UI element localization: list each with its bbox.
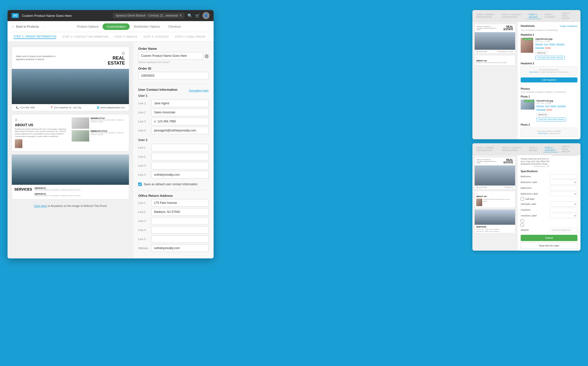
headshot-1-remove-link[interactable]: Remove — [535, 43, 543, 45]
headshot-1-choose-btn[interactable]: CHOOSE ANOTHER IMAGE — [535, 56, 565, 60]
office-line-2-input[interactable] — [151, 208, 209, 216]
user-1-line-1-input[interactable] — [151, 100, 209, 107]
user-1-line-3-input[interactable] — [151, 118, 209, 125]
tab-product-options[interactable]: Product Options — [73, 23, 103, 30]
spec-half-bath-label: Half Bath Label — [521, 202, 577, 207]
service-2-name: services 02 — [35, 193, 126, 195]
office-website-input[interactable] — [151, 244, 209, 252]
user-2-line-4-input[interactable] — [151, 171, 209, 178]
service-1-name: services 01 — [35, 187, 126, 189]
substep-final-proof[interactable]: STEP 5: FINAL PROOF — [175, 35, 206, 39]
sc2-step-4[interactable]: STEP 4: CONTENT — [543, 146, 558, 152]
area-label-select[interactable] — [550, 213, 577, 218]
photo-1-download-link[interactable]: Download — [536, 108, 546, 111]
service-item-1: services 01 Make sure to feature your be… — [35, 187, 126, 191]
info-icon[interactable]: i — [205, 54, 209, 58]
headshot-2-click-here-link[interactable]: Click here — [529, 71, 538, 73]
suggested-copy-btn[interactable]: SUGGESTED COPY — [552, 155, 577, 156]
add-headshot-button[interactable]: Add Headshot — [521, 77, 577, 82]
headshot-1-delete-link[interactable]: Delete — [545, 47, 551, 49]
extra-1-checkbox[interactable] — [521, 219, 524, 222]
sc2-step-5[interactable]: STEP 5: FINAL PROOF — [560, 145, 578, 153]
location-icon: 📍 — [50, 106, 53, 109]
substep-images[interactable]: STEP 3: IMAGES — [115, 35, 137, 39]
submit-button[interactable]: Submit — [521, 235, 577, 241]
substep-contact-info[interactable]: STEP 2: CONTACT INFORMATION — [62, 35, 108, 39]
user-2-line-2-input[interactable] — [151, 153, 209, 160]
photo-1-delete-link[interactable]: Delete — [546, 108, 552, 111]
avatar[interactable]: 👤 — [203, 12, 210, 19]
specs-title: Specifications — [521, 170, 577, 173]
sc2-body: Make sure to feature your bestsellers or… — [472, 155, 580, 251]
half-bath-label-select[interactable] — [550, 202, 577, 207]
headshot-1-generate-link[interactable]: Generate — [556, 43, 564, 45]
sc1-step-4[interactable]: STEP 4: CONTENT — [543, 13, 558, 19]
click-here-link[interactable]: Click Here — [34, 204, 47, 207]
sc2-step-1[interactable]: STEP 1: ORDER INFORMATION — [475, 146, 498, 152]
office-line-4-input[interactable] — [151, 226, 209, 234]
photo-1-choose-btn[interactable]: CHOOSE ANOTHER IMAGE — [536, 118, 566, 121]
sc1-step-3[interactable]: STEP 3: IMAGES — [527, 13, 541, 19]
bathrooms-label-select[interactable] — [550, 191, 577, 196]
spec-bedrooms-label: Bedrooms Label — [521, 180, 577, 185]
photo-1-generate-link[interactable]: Generate — [557, 105, 566, 107]
guidelines-link[interactable]: Image Guidelines — [560, 25, 577, 27]
photo-2-click-here-link[interactable]: Click here — [538, 132, 547, 134]
sc2-step-2[interactable]: STEP 2: CONTACT INFORMATION — [500, 146, 525, 152]
branch-selector[interactable]: Xpresso Demo Branch - Century 21...eenwo… — [113, 13, 184, 19]
sc1-step-1[interactable]: STEP 1: ORDER INFORMATION — [475, 13, 498, 19]
bedrooms-label: Bedrooms — [521, 175, 531, 178]
website-spec-input[interactable] — [550, 228, 577, 232]
back-button[interactable]: ← Back to Products — [12, 25, 44, 28]
sc1-step-5[interactable]: STEP 5: FINAL PROOF — [560, 12, 578, 20]
order-name-input[interactable] — [138, 52, 203, 60]
formatting-help-link[interactable]: Formatting Help — [189, 89, 209, 92]
extra-2-checkbox[interactable] — [521, 223, 524, 227]
order-id-input[interactable] — [138, 72, 209, 79]
substep-order-info[interactable]: STEP 1: ORDER INFORMATION — [14, 35, 56, 39]
spec-half-bath: Half Bath — [521, 197, 577, 201]
sc1-step-2[interactable]: STEP 2: CONTACT INFORMATION — [500, 13, 525, 19]
tab-checkout[interactable]: Checkout — [164, 23, 185, 30]
spec-bathrooms-label: Bathrooms Label — [521, 191, 577, 196]
bathrooms-label-label: Bathrooms Label — [521, 193, 538, 195]
bathrooms-input[interactable] — [550, 186, 577, 190]
back-arrow-icon: ← — [12, 25, 15, 28]
user-2-line-1-input[interactable] — [151, 144, 209, 151]
save-later-button[interactable]: Save this for Later — [521, 243, 577, 249]
bedrooms-label-select[interactable] — [550, 180, 577, 185]
save-default-checkbox[interactable] — [138, 182, 142, 186]
user-1-line-2-input[interactable] — [151, 109, 209, 116]
headshot-1-remove-btn[interactable]: REMOVE — [535, 51, 548, 55]
photo-1-crop-link[interactable]: Crop — [545, 105, 549, 107]
photo-1-rotate-link[interactable]: Rotate — [550, 105, 556, 107]
edit-icon[interactable]: ✎ — [179, 14, 182, 17]
cart-icon[interactable]: 🛒 — [195, 13, 200, 18]
photo-1-remove-btn[interactable]: REMOVE — [536, 113, 549, 117]
half-bath-checkbox[interactable] — [521, 197, 524, 201]
area-input[interactable] — [550, 208, 577, 212]
office-line-1-input[interactable] — [151, 199, 209, 207]
office-website: Website — [138, 244, 209, 252]
headshot-1-download-link[interactable]: Download — [535, 47, 544, 49]
user-1-line-4-input[interactable] — [151, 127, 209, 134]
photo-1-info: HouseFront.jpg File Size: 3.5MB Remove C… — [536, 100, 577, 121]
sc2-step-3[interactable]: STEP 3: IMAGES — [527, 146, 541, 152]
search-icon[interactable]: 🔍 — [187, 13, 192, 18]
about-text: Booklets are printed materials with four… — [15, 128, 69, 138]
substep-content[interactable]: STEP 4: CONTENT — [143, 35, 169, 39]
headshot-1-rotate-link[interactable]: Rotate — [549, 43, 555, 45]
office-line-3-input[interactable] — [151, 217, 209, 225]
photo-1-remove-link[interactable]: Remove — [536, 105, 544, 107]
tab-customization[interactable]: Customization — [103, 23, 130, 30]
bedrooms-input[interactable] — [550, 174, 577, 179]
tab-distribution[interactable]: Distribution Options — [130, 23, 164, 30]
office-line-5-input[interactable] — [151, 235, 209, 243]
line-1-label: Line 1 — [138, 102, 149, 105]
save-default-label: Save as default user contact information — [144, 182, 198, 186]
sc2-re-image — [475, 165, 515, 186]
office-line-4-label: Line 4 — [138, 228, 149, 232]
user-1-line-4: Line 4 — [138, 127, 209, 134]
user-2-line-3-input[interactable] — [151, 162, 209, 169]
headshot-1-crop-link[interactable]: Crop — [544, 43, 548, 45]
